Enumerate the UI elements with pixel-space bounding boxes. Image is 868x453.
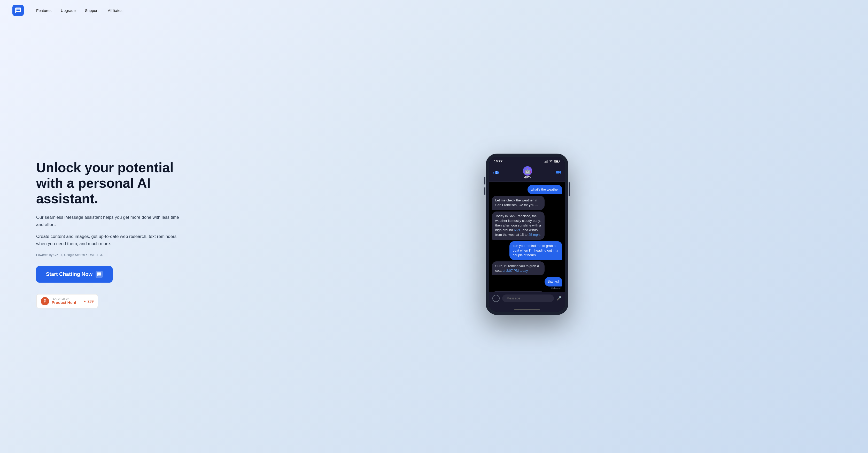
power-button: [568, 182, 570, 196]
bubble-out-2: can you remind me to grab a coat when I'…: [509, 241, 562, 260]
message-2: Let me check the weather in San Francisc…: [492, 196, 562, 210]
message-bubble-icon: [97, 272, 101, 277]
contact-avatar: 🤖: [523, 166, 532, 175]
svg-rect-3: [548, 160, 548, 163]
ph-featured-label: FEATURED ON: [52, 298, 76, 300]
microphone-icon[interactable]: 🎤: [556, 296, 562, 301]
imessage-input[interactable]: [502, 294, 554, 302]
svg-rect-8: [556, 171, 559, 173]
highlight-wind: 25 mph: [529, 233, 540, 236]
input-bar: + 🎤: [489, 292, 565, 307]
contact-name: GPT ·: [524, 176, 531, 179]
powered-by-text: Powered by GPT-4, Google Search & DALL-E…: [36, 253, 186, 257]
imessage-header: ‹ 2 🤖 GPT ·: [489, 165, 565, 182]
hero-left-content: Unlock your potential with a personal AI…: [36, 160, 186, 308]
back-button[interactable]: ‹ 2: [493, 170, 499, 175]
wifi-icon: [550, 160, 553, 163]
svg-rect-2: [547, 161, 547, 163]
highlight-time: at 2:07 PM today: [502, 268, 528, 273]
ph-vote-count: ▲ 239: [80, 299, 94, 303]
message-1: what's the weather: [492, 185, 562, 194]
bubble-in-1: Let me check the weather in San Francisc…: [492, 196, 545, 210]
nav-link-features[interactable]: Features: [36, 8, 52, 13]
chat-cta-icon: [96, 271, 103, 278]
bubble-in-3: Sure, I'll remind you to grab a coat at …: [492, 261, 545, 275]
product-hunt-text: FEATURED ON Product Hunt: [52, 298, 76, 305]
chat-messages: what's the weather Let me check the weat…: [489, 182, 565, 292]
video-call-icon[interactable]: [556, 170, 561, 175]
phone-outer-body: 10:27: [486, 153, 568, 315]
status-time: 10:27: [494, 159, 502, 163]
product-hunt-badge[interactable]: P FEATURED ON Product Hunt ▲ 239: [36, 294, 98, 308]
contact-info: 🤖 GPT ·: [523, 166, 532, 179]
hero-section: Unlock your potential with a personal AI…: [0, 21, 868, 453]
hero-title: Unlock your potential with a personal AI…: [36, 160, 186, 206]
delivered-label: Delivered: [551, 287, 562, 290]
svg-rect-5: [560, 161, 560, 162]
home-bar: [489, 307, 565, 312]
status-bar: 10:27: [489, 157, 565, 165]
product-hunt-logo: P: [41, 297, 49, 305]
svg-rect-1: [546, 161, 547, 163]
start-chatting-button[interactable]: Start Chatting Now: [36, 266, 113, 283]
navigation: Features Upgrade Support Affiliates: [0, 0, 868, 21]
message-3: Today in San Francisco, the weather is m…: [492, 211, 562, 240]
back-badge-count: 2: [495, 171, 499, 174]
signal-icon: [545, 160, 548, 163]
nav-link-affiliates[interactable]: Affiliates: [108, 8, 122, 13]
hero-subtitle1: Our seamless iMessage assistant helps yo…: [36, 214, 186, 228]
message-6: thanks! Delivered: [492, 277, 562, 289]
bubble-in-2: Today in San Francisco, the weather is m…: [492, 211, 545, 240]
video-icon-svg: [556, 170, 561, 174]
cta-label: Start Chatting Now: [46, 271, 92, 277]
nav-link-support[interactable]: Support: [85, 8, 99, 13]
volume-down-button: [485, 187, 486, 195]
ph-count-number: 239: [88, 299, 94, 303]
hero-subtitle2: Create content and images, get up-to-dat…: [36, 233, 186, 248]
phone-mockup: 10:27: [486, 153, 568, 315]
nav-link-upgrade[interactable]: Upgrade: [61, 8, 76, 13]
message-5: Sure, I'll remind you to grab a coat at …: [492, 261, 562, 275]
volume-up-button: [485, 177, 486, 185]
battery-icon: 4G: [554, 160, 560, 163]
phone-screen: 10:27: [489, 157, 565, 312]
bubble-out-3: thanks!: [545, 277, 562, 286]
svg-text:4G: 4G: [555, 161, 557, 162]
bubble-out-1: what's the weather: [528, 185, 562, 194]
status-icons: 4G: [545, 160, 560, 163]
highlight-temp: 65°F: [514, 228, 521, 232]
nav-links: Features Upgrade Support Affiliates: [36, 8, 122, 13]
add-attachment-button[interactable]: +: [492, 295, 500, 302]
hero-right-phone: 10:27: [207, 153, 847, 315]
message-4: can you remind me to grab a coat when I'…: [492, 241, 562, 260]
ph-name: Product Hunt: [52, 300, 76, 305]
home-indicator: [514, 309, 540, 310]
chat-bubble-icon: [15, 7, 22, 14]
logo-icon[interactable]: [12, 5, 24, 16]
ph-arrow-icon: ▲: [83, 299, 87, 303]
svg-rect-0: [545, 162, 545, 163]
